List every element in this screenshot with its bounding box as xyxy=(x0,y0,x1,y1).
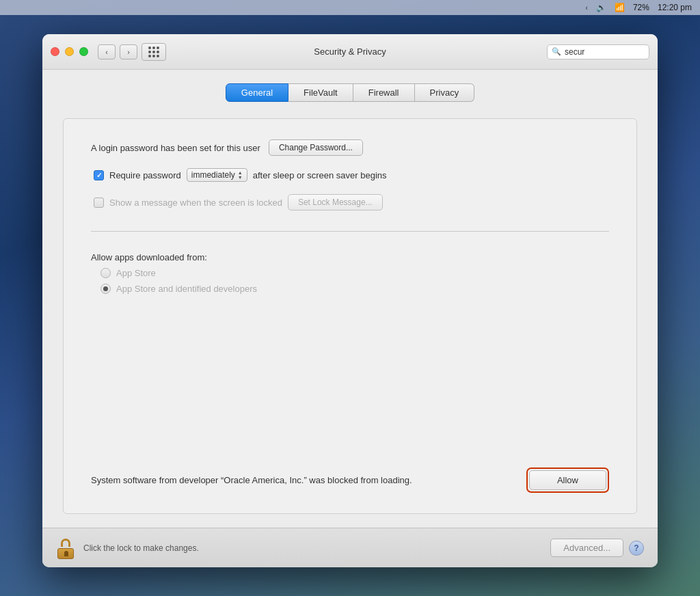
dropdown-arrows-icon: ▲ ▼ xyxy=(238,170,243,180)
radio-group: App Store App Store and identified devel… xyxy=(91,268,609,294)
password-row: A login password has been set for this u… xyxy=(91,139,609,156)
system-preferences-window: ‹ › Security & Privacy 🔍 ✕ General FileV… xyxy=(42,34,658,567)
tab-firewall[interactable]: Firewall xyxy=(353,83,415,102)
lock-message-row: Show a message when the screen is locked… xyxy=(91,194,609,211)
require-password-checkbox[interactable] xyxy=(94,170,104,180)
password-set-label: A login password has been set for this u… xyxy=(91,143,260,153)
require-password-row: Require password immediately ▲ ▼ after s… xyxy=(91,168,609,182)
battery-status: 72% xyxy=(633,3,649,12)
maximize-button[interactable] xyxy=(79,47,88,56)
traffic-lights xyxy=(51,47,88,56)
allow-button[interactable]: Allow xyxy=(529,470,606,490)
show-message-checkbox[interactable] xyxy=(94,198,104,208)
allow-apps-section: Allow apps downloaded from: App Store Ap… xyxy=(91,252,609,294)
forward-button[interactable]: › xyxy=(120,44,137,59)
clock: 12:20 pm xyxy=(658,3,692,12)
lock-icon[interactable] xyxy=(56,537,75,559)
menubar: ‹ 🔈 📶 72% 12:20 pm xyxy=(0,0,700,15)
tabs: General FileVault Firewall Privacy xyxy=(63,83,637,102)
after-sleep-label: after sleep or screen saver begins xyxy=(253,170,387,180)
nav-buttons: ‹ › xyxy=(98,44,137,59)
radio-selected-indicator xyxy=(103,286,108,291)
show-message-label: Show a message when the screen is locked xyxy=(109,198,282,208)
lock-body xyxy=(57,548,74,559)
search-box[interactable]: 🔍 ✕ xyxy=(547,44,649,59)
app-store-identified-label: App Store and identified developers xyxy=(116,284,257,294)
volume-icon: 🔈 xyxy=(596,3,606,12)
chevron-left-icon: ‹ xyxy=(586,4,588,12)
radio-app-store-identified[interactable] xyxy=(100,284,111,294)
back-button[interactable]: ‹ xyxy=(98,44,116,59)
help-button[interactable]: ? xyxy=(629,541,644,556)
lock-text: Click the lock to make changes. xyxy=(83,543,542,553)
password-timing-dropdown[interactable]: immediately ▲ ▼ xyxy=(187,168,247,182)
grid-icon xyxy=(148,46,159,57)
search-input[interactable] xyxy=(565,47,658,57)
wifi-icon: 📶 xyxy=(615,3,625,12)
all-prefs-button[interactable] xyxy=(142,43,166,61)
advanced-button[interactable]: Advanced... xyxy=(550,539,623,557)
lock-shackle xyxy=(61,539,70,547)
menubar-right: ‹ 🔈 📶 72% 12:20 pm xyxy=(586,3,692,12)
tab-general[interactable]: General xyxy=(226,83,288,102)
minimize-button[interactable] xyxy=(65,47,74,56)
general-panel: A login password has been set for this u… xyxy=(63,118,637,514)
search-icon: 🔍 xyxy=(552,47,561,56)
radio-app-store[interactable] xyxy=(100,268,111,278)
divider xyxy=(91,231,609,232)
require-password-label: Require password xyxy=(109,170,181,180)
window-title: Security & Privacy xyxy=(314,46,386,57)
allow-apps-label: Allow apps downloaded from: xyxy=(91,252,609,262)
close-button[interactable] xyxy=(51,47,59,56)
lock-keyhole xyxy=(64,551,68,556)
bottom-bar: Click the lock to make changes. Advanced… xyxy=(42,528,658,567)
radio-app-store-row: App Store xyxy=(100,268,609,278)
password-timing-value: immediately xyxy=(191,170,235,180)
radio-app-store-identified-row: App Store and identified developers xyxy=(100,284,609,294)
change-password-button[interactable]: Change Password... xyxy=(269,139,363,156)
content-area: General FileVault Firewall Privacy A log… xyxy=(42,70,658,528)
tab-filevault[interactable]: FileVault xyxy=(288,83,353,102)
titlebar: ‹ › Security & Privacy 🔍 ✕ xyxy=(42,34,658,70)
set-lock-message-button[interactable]: Set Lock Message... xyxy=(288,194,383,211)
allow-button-wrapper: Allow xyxy=(526,468,609,493)
oracle-blocked-section: System software from developer “Oracle A… xyxy=(91,468,609,493)
tab-privacy[interactable]: Privacy xyxy=(415,83,475,102)
oracle-blocked-text: System software from developer “Oracle A… xyxy=(91,474,513,487)
app-store-label: App Store xyxy=(116,268,156,278)
bottom-buttons: Advanced... ? xyxy=(550,539,644,557)
